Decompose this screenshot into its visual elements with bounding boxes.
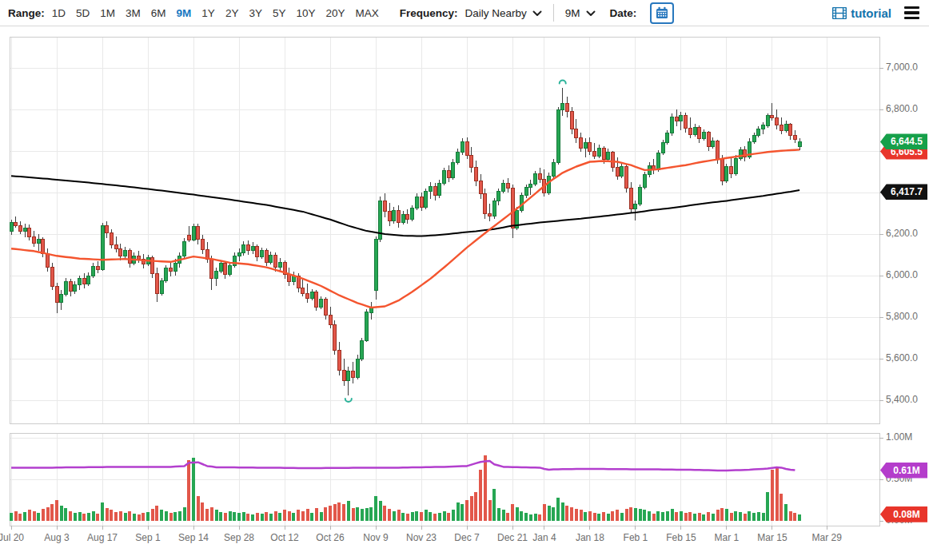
candle-up [757, 129, 760, 136]
candle-down [716, 141, 720, 159]
candle-up [734, 158, 737, 174]
range-option-5d[interactable]: 5D [76, 7, 90, 19]
range-option-3y[interactable]: 3Y [249, 7, 262, 19]
volume-bar [87, 513, 90, 521]
volume-bar [251, 514, 254, 521]
candle-down [611, 152, 614, 168]
candle-down [301, 288, 305, 294]
candle-down [447, 171, 450, 178]
date-picker-button[interactable] [650, 2, 674, 24]
candle-down [406, 214, 409, 220]
range-option-2y[interactable]: 2Y [225, 7, 239, 19]
candle-up [643, 175, 646, 188]
volume-bar [748, 511, 751, 521]
volume-bar [648, 511, 651, 521]
range-option-1d[interactable]: 1D [52, 7, 66, 19]
frequency-dropdown[interactable]: Daily Nearby [465, 7, 542, 19]
volume-bar [506, 513, 509, 521]
volume-bar [78, 512, 82, 521]
calendar-icon [656, 6, 668, 19]
volume-bar [69, 511, 72, 521]
range-option-max[interactable]: MAX [355, 7, 378, 19]
range-selector: 1D5D1M3M6M9M1Y2Y3Y5Y10Y20YMAX [52, 7, 379, 19]
volume-bar [620, 513, 624, 521]
candle-down [256, 247, 259, 257]
volume-bar [552, 507, 555, 521]
range-option-1m[interactable]: 1M [100, 7, 115, 19]
candle-down [465, 141, 468, 155]
candle-up [356, 359, 359, 377]
volume-bar [114, 512, 118, 521]
candle-up [361, 341, 364, 359]
period-dropdown[interactable]: 9M [565, 7, 596, 19]
tutorial-link[interactable]: tutorial [832, 6, 891, 20]
volume-bar [64, 508, 67, 521]
volume-bar [766, 492, 769, 521]
candle-down [565, 103, 568, 111]
range-option-5y[interactable]: 5Y [273, 7, 286, 19]
candle-up [597, 148, 600, 156]
volume-bar [297, 510, 300, 521]
volume-bar [588, 511, 592, 521]
volume-bar [46, 507, 50, 521]
volume-bar [443, 511, 446, 521]
candle-down [684, 116, 688, 129]
volume-bar [712, 514, 715, 521]
candle-down [629, 189, 632, 209]
volume-bar [775, 467, 779, 521]
candles-layer[interactable] [10, 88, 801, 395]
chart-application: Range: 1D5D1M3M6M9M1Y2Y3Y5Y10Y20YMAX Fre… [0, 0, 929, 560]
volume-bar [106, 508, 109, 521]
candle-up [401, 214, 405, 222]
volume-bar [534, 514, 537, 521]
toolbar: Range: 1D5D1M3M6M9M1Y2Y3Y5Y10Y20YMAX Fre… [0, 0, 929, 26]
candle-down [46, 254, 50, 268]
volume-bar [762, 513, 765, 521]
candle-down [602, 148, 605, 159]
chart-area[interactable]: 5,400.05,600.05,800.06,000.06,200.06,400… [0, 0, 929, 560]
volume-bar [187, 460, 190, 521]
volume-bar [306, 509, 309, 521]
volume-bar [597, 514, 600, 521]
candle-down [224, 263, 227, 274]
candle-down [580, 137, 583, 148]
range-option-9m[interactable]: 9M [177, 7, 192, 19]
range-option-10y[interactable]: 10Y [296, 7, 315, 19]
candle-up [183, 241, 186, 256]
volume-bar [611, 511, 614, 521]
range-option-6m[interactable]: 6M [151, 7, 166, 19]
volume-bar [192, 458, 195, 521]
volume-bar [74, 513, 77, 521]
candle-down [306, 293, 309, 299]
volume-bar [142, 513, 145, 521]
candle-down [82, 279, 86, 284]
volume-bar [60, 506, 63, 521]
volume-bar [570, 507, 573, 521]
candle-up [798, 141, 801, 146]
candle-up [634, 204, 637, 209]
candle-down [506, 183, 509, 189]
range-option-20y[interactable]: 20Y [325, 7, 345, 19]
volume-bar [101, 502, 104, 521]
candle-up [429, 186, 432, 192]
candlestick-volume-chart[interactable] [0, 0, 929, 560]
candle-up [261, 251, 264, 257]
volume-bar [744, 514, 747, 521]
chevron-down-icon [586, 10, 596, 17]
volume-bar [671, 509, 674, 521]
candle-down [720, 159, 724, 181]
range-option-1y[interactable]: 1Y [201, 7, 215, 19]
candle-up [251, 247, 254, 251]
volume-bars-layer[interactable] [10, 455, 801, 521]
range-option-3m[interactable]: 3M [126, 7, 141, 19]
candle-down [155, 273, 158, 293]
divider [553, 4, 554, 22]
candle-up [452, 162, 455, 178]
menu-button[interactable] [903, 3, 921, 23]
volume-bar [757, 512, 760, 521]
candle-up [320, 300, 323, 307]
volume-bar [652, 514, 656, 521]
candle-down [315, 292, 318, 307]
volume-bar [420, 512, 423, 521]
frequency-value: Daily Nearby [465, 7, 527, 19]
